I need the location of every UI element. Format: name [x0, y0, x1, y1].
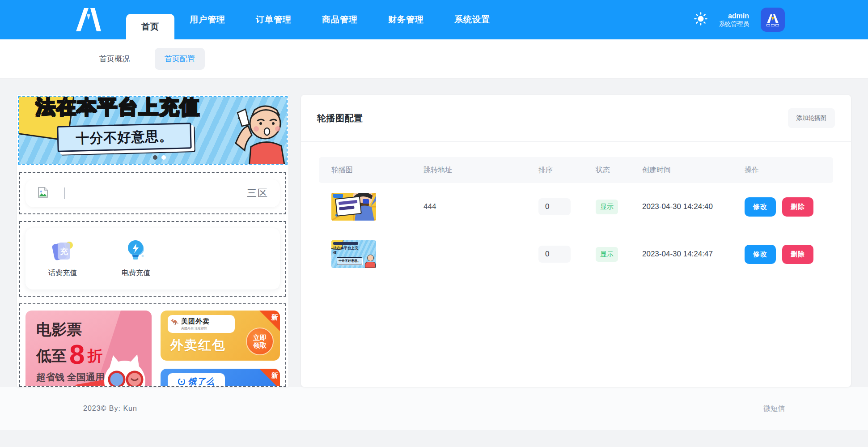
- footer-link[interactable]: 微短信: [763, 404, 785, 413]
- edit-button[interactable]: 修改: [745, 197, 776, 217]
- search-right-label: 三区: [247, 187, 268, 200]
- svg-text:充: 充: [60, 247, 68, 256]
- sub-nav: 首页概况 首页配置: [0, 39, 868, 78]
- delete-button[interactable]: 删除: [782, 245, 813, 264]
- table-row: 444 0 显示 2023-04-30 14:24:40 修改 删除: [319, 183, 833, 230]
- promo-edit-section[interactable]: 电影票 低至 8 折 超省钱 全国通用: [19, 303, 286, 387]
- claim-now-button[interactable]: 立即 领取: [246, 328, 274, 355]
- promo-card-meituan[interactable]: 🦘 美团外卖 美团外卖 送啥都快 外卖红包 立即 领取 新: [161, 311, 280, 361]
- top-header: 首页 用户管理 订单管理 商品管理 财务管理 系统设置 admin 系统管理员: [0, 0, 868, 39]
- cell-link: 444: [423, 202, 538, 211]
- meituan-logo: 🦘 美团外卖 美团外卖 送啥都快: [168, 315, 235, 333]
- nav-tab-settings[interactable]: 系统设置: [439, 0, 505, 39]
- main-nav: 首页 用户管理 订单管理 商品管理 财务管理 系统设置: [126, 0, 505, 39]
- quick-item-label: 电费充值: [122, 268, 150, 278]
- brand-logo-icon[interactable]: [72, 0, 107, 39]
- carousel-dot-active[interactable]: [153, 155, 157, 160]
- user-role: 系统管理员: [719, 21, 749, 28]
- subnav-item-overview[interactable]: 首页概况: [89, 48, 140, 70]
- col-header-sort: 排序: [538, 166, 596, 175]
- promo-movie-cat-illustration: [72, 350, 152, 387]
- quick-item-phone-recharge[interactable]: 充 话费充值: [45, 238, 80, 278]
- nav-tab-finance[interactable]: 财务管理: [373, 0, 439, 39]
- theme-sun-icon[interactable]: [694, 12, 707, 27]
- avatar[interactable]: [761, 8, 785, 32]
- nav-tab-orders[interactable]: 订单管理: [241, 0, 307, 39]
- cell-created-time: 2023-04-30 14:24:40: [642, 202, 745, 211]
- quick-item-label: 话费充值: [48, 268, 77, 278]
- banner-edit-section[interactable]: 法在本平台上充值 十分不好意思。: [18, 96, 288, 165]
- carousel-thumbnail-2[interactable]: 法在本平台上充值 十分不好意思。: [331, 240, 376, 268]
- carousel-table: 轮播图 跳转地址 排序 状态 创建时间 操作: [301, 142, 851, 278]
- phone-recharge-icon: 充: [50, 238, 76, 264]
- carousel-config-panel: 轮播图配置 添加轮播图 轮播图 跳转地址 排序 状态 创建时间 操作: [301, 95, 851, 387]
- electric-recharge-icon: [123, 238, 149, 264]
- table-header-row: 轮播图 跳转地址 排序 状态 创建时间 操作: [319, 157, 833, 183]
- banner-text-line1: 法在本平台上充值: [36, 97, 200, 120]
- banner-cartoon-person: [222, 100, 287, 164]
- sort-input[interactable]: 0: [538, 246, 571, 263]
- carousel-thumbnail-1[interactable]: [331, 193, 376, 221]
- new-badge: 新: [259, 369, 280, 387]
- new-badge: 新: [259, 311, 280, 331]
- col-header-link: 跳转地址: [423, 166, 538, 175]
- col-header-actions: 操作: [745, 166, 821, 175]
- promo-card-movie[interactable]: 电影票 低至 8 折 超省钱 全国通用: [25, 311, 152, 387]
- copyright-text: 2023© By: Kun: [83, 404, 137, 413]
- edit-button[interactable]: 修改: [745, 245, 776, 264]
- status-badge: 显示: [596, 247, 618, 262]
- delete-button[interactable]: 删除: [782, 197, 813, 217]
- banner-text-card: 十分不好意思。: [57, 123, 191, 152]
- nav-tab-home[interactable]: 首页: [126, 14, 174, 39]
- carousel-banner-image[interactable]: 法在本平台上充值 十分不好意思。: [19, 97, 287, 164]
- phone-preview-panel: 法在本平台上充值 十分不好意思。: [17, 95, 288, 387]
- search-bar[interactable]: 三区: [25, 179, 280, 207]
- nav-tab-users[interactable]: 用户管理: [174, 0, 241, 39]
- user-name: admin: [719, 12, 749, 21]
- subnav-item-config[interactable]: 首页配置: [155, 48, 205, 70]
- footer: 2023© By: Kun 微短信: [0, 387, 868, 430]
- quick-icons-edit-section[interactable]: 充 话费充值 电费充值: [19, 221, 286, 297]
- avatar-mini-text: [766, 24, 779, 26]
- sort-input[interactable]: 0: [538, 198, 571, 215]
- cell-created-time: 2023-04-30 14:24:47: [642, 250, 745, 259]
- eleme-logo: 饿了么: [168, 373, 225, 387]
- quick-icons-card: 充 话费充值 电费充值: [25, 228, 280, 289]
- col-header-status: 状态: [596, 166, 642, 175]
- col-header-created: 创建时间: [642, 166, 745, 175]
- carousel-dot[interactable]: [161, 155, 166, 160]
- broken-image-icon: [37, 187, 49, 200]
- table-row: 法在本平台上充值 十分不好意思。 0 显示 2023-04-30 14:24:4…: [319, 230, 833, 278]
- promo-card-eleme[interactable]: 饿了么 新: [161, 369, 280, 387]
- text-caret: [64, 187, 65, 199]
- carousel-dots[interactable]: [153, 155, 166, 160]
- kangaroo-icon: 🦘: [170, 318, 179, 326]
- panel-title: 轮播图配置: [317, 112, 363, 124]
- add-carousel-button[interactable]: 添加轮播图: [788, 108, 835, 128]
- status-badge: 显示: [596, 200, 618, 214]
- col-header-image: 轮播图: [331, 166, 423, 175]
- promo-movie-title: 电影票: [36, 319, 152, 340]
- nav-tab-products[interactable]: 商品管理: [307, 0, 373, 39]
- user-info[interactable]: admin 系统管理员: [719, 12, 749, 28]
- quick-item-electric-recharge[interactable]: 电费充值: [119, 238, 153, 278]
- search-edit-section[interactable]: 三区: [19, 172, 286, 214]
